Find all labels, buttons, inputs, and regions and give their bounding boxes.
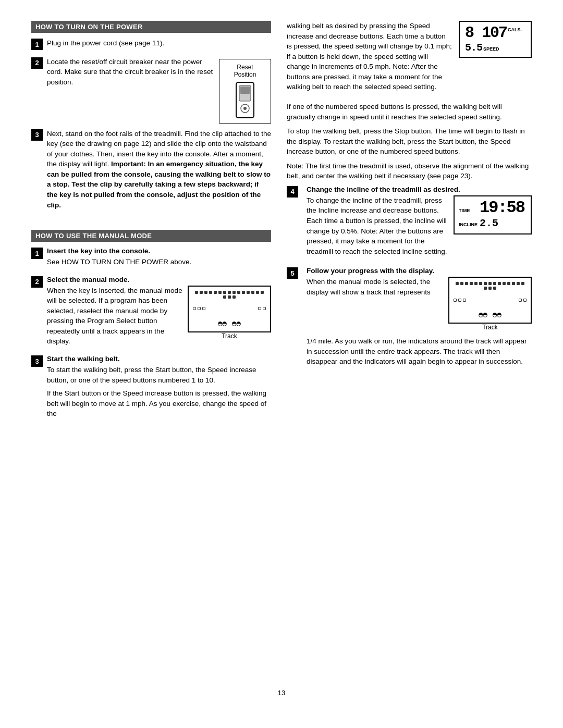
step5-content: Follow your progress with the display. W… (307, 267, 532, 371)
track-dot (488, 287, 492, 290)
track-label-left: Track (222, 332, 237, 340)
track-dot (493, 287, 496, 290)
right-step4: 4 Change the incline of the treadmill as… (287, 186, 532, 262)
track-label-right: Track (482, 324, 498, 331)
step5-para-after: 1/4 mile. As you walk or run, the indica… (307, 336, 532, 367)
intro-para: walking belt as desired by pressing the … (287, 21, 452, 92)
step3-content: Next, stand on the foot rails of the tre… (47, 129, 271, 214)
track-display-left: ◓◓ ◓◓ (188, 286, 271, 332)
track-dot (470, 282, 473, 285)
track-dot (493, 282, 496, 285)
track-dot (498, 282, 501, 285)
manual-step3-para1: To start the walking belt, press the Sta… (47, 365, 271, 385)
step4-text: To change the incline of the treadmill, … (307, 195, 448, 256)
step5-text: When the manual mode is selected, the di… (307, 277, 443, 297)
track-dot (517, 282, 520, 285)
manual-step1-label: Insert the key into the console. (47, 247, 271, 255)
lcd-top-row: 8 107 CALS. (465, 25, 525, 41)
intro-section: walking belt as desired by pressing the … (287, 21, 532, 96)
track-dot (218, 291, 222, 294)
track-dot (454, 299, 457, 302)
track-runner-row: ◓◓ ◓◓ (193, 319, 266, 327)
lcd-cals-label: CALS. (508, 27, 522, 32)
track-dot (247, 291, 250, 294)
manual-step2-text: When the key is inserted, the manual mod… (47, 286, 182, 350)
track-display-right: ◓◓ ◓◓ (448, 277, 532, 324)
lcd-top-num: 8 107 (465, 25, 507, 41)
manual-step2-label: Select the manual mode. (47, 276, 271, 283)
right-column: walking belt as desired by pressing the … (287, 21, 532, 678)
step5-number: 5 (287, 267, 298, 279)
track-dot (223, 295, 226, 299)
track-dot (200, 291, 203, 294)
time-label: TIME (459, 208, 478, 213)
step5-label: Follow your progress with the display. (307, 267, 532, 275)
step2-content: Locate the reset/off circuit breaker nea… (47, 57, 271, 124)
incline-time-num: 19:58 (480, 200, 524, 216)
track-dot (523, 299, 527, 302)
manual-step2-layout: When the key is inserted, the manual mod… (47, 286, 271, 350)
track-dots-mid (193, 307, 266, 310)
step4-number: 4 (287, 186, 298, 198)
track-dots-mid-right (454, 299, 527, 302)
track-dot (232, 295, 236, 299)
track-dot (232, 291, 236, 294)
lcd-bottom-row: 5.5 SPEED (465, 42, 525, 54)
lcd-bottom-num: 5.5 (465, 42, 482, 54)
step3-para1: Next, stand on the foot rails of the tre… (47, 129, 271, 211)
step3-power: 3 Next, stand on the foot rails of the t… (31, 129, 271, 214)
manual-step3-content: Start the walking belt. To start the wal… (47, 355, 271, 422)
track-dot (507, 282, 510, 285)
track-dot (484, 287, 487, 290)
track-dots-top (193, 291, 266, 299)
lcd-speed-label: SPEED (483, 46, 499, 52)
track-dot (460, 282, 463, 285)
track-dot (456, 282, 459, 285)
track-dot (488, 282, 492, 285)
track-runner-row-right: ◓◓ ◓◓ (454, 310, 527, 318)
step1-number: 1 (31, 39, 43, 50)
step5-layout: When the manual mode is selected, the di… (307, 277, 532, 331)
manual-step2-content: Select the manual mode. When the key is … (47, 276, 271, 350)
right-para3: To stop the walking belt, press the Stop… (287, 126, 532, 157)
svg-rect-2 (240, 87, 250, 94)
track-dot (237, 291, 240, 294)
section2-header: HOW TO USE THE MANUAL MODE (31, 230, 271, 242)
manual-step3-number: 3 (31, 355, 43, 367)
track-dot (261, 291, 264, 294)
track-dot (519, 299, 522, 302)
lcd-speed-display: 8 107 CALS. 5.5 SPEED (459, 21, 532, 58)
track-dot (458, 299, 461, 302)
reset-switch-icon (232, 81, 258, 119)
track-dot (228, 295, 231, 299)
track-dot (195, 291, 198, 294)
section1-header: HOW TO TURN ON THE POWER (31, 21, 271, 33)
right-para4: Note: The first time the treadmill is us… (287, 161, 532, 181)
track-dot (465, 282, 468, 285)
track-dot (202, 307, 205, 310)
track-display-right-container: ◓◓ ◓◓ Track (448, 277, 532, 331)
track-dots-top-right (454, 282, 527, 290)
track-dot (251, 291, 254, 294)
step2-para: Locate the reset/off circuit breaker nea… (47, 57, 214, 88)
track-dot (258, 307, 261, 310)
track-display-container: ◓◓ ◓◓ Track (188, 286, 271, 340)
step1-text: Plug in the power cord (see page 11). (47, 38, 271, 48)
track-dot (503, 282, 506, 285)
track-dot (193, 307, 196, 310)
manual-step3-para2: If the Start button or the Speed increas… (47, 388, 271, 419)
manual-step2-number: 2 (31, 276, 43, 288)
manual-step3: 3 Start the walking belt. To start the w… (31, 355, 271, 422)
track-dot (209, 291, 212, 294)
incline-val-num: 2.5 (480, 217, 498, 229)
manual-step1: 1 Insert the key into the console. See H… (31, 247, 271, 270)
runner-icon2: ◓◓ (232, 319, 241, 327)
track-dot (463, 299, 466, 302)
manual-step3-label: Start the walking belt. (47, 355, 271, 363)
manual-step2: 2 Select the manual mode. When the key i… (31, 276, 271, 350)
step2-text: Locate the reset/off circuit breaker nea… (47, 57, 214, 91)
right-para2: If one of the numbered speed buttons is … (287, 102, 532, 122)
track-dot (223, 291, 226, 294)
manual-step2-para: When the key is inserted, the manual mod… (47, 286, 182, 347)
runner-icon: ◓◓ (218, 319, 227, 327)
